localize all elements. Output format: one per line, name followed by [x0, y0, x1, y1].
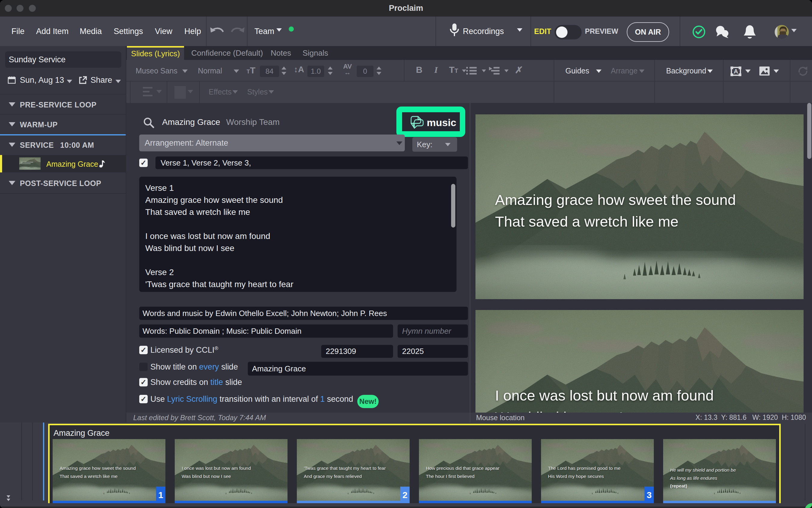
svg-text:A: A [734, 68, 738, 75]
